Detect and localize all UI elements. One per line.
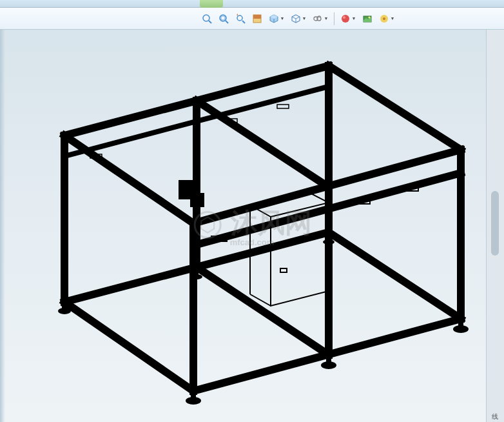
scrollbar-thumb[interactable]: [491, 191, 499, 256]
section-view-button[interactable]: [250, 12, 264, 26]
toolbar-separator: [334, 12, 334, 25]
right-panel-edge: [486, 30, 504, 422]
view-settings-icon: [379, 14, 389, 24]
display-style-button[interactable]: ▼: [289, 12, 308, 26]
3d-viewport[interactable]: 沐风网 mfcad.com 线: [0, 30, 504, 422]
app-frame: ▼ ▼ ▼ ▼: [0, 0, 504, 422]
dropdown-arrow-icon: ▼: [280, 16, 285, 21]
title-bar-strip: [0, 0, 504, 8]
view-settings-button[interactable]: ▼: [377, 12, 396, 26]
svg-rect-47: [62, 303, 67, 311]
previous-view-button[interactable]: [233, 12, 247, 26]
svg-rect-4: [221, 16, 225, 20]
view-orientation-button[interactable]: ▼: [267, 12, 286, 26]
zoom-area-button[interactable]: [217, 12, 231, 26]
zoom-area-icon: [218, 14, 229, 24]
zoom-fit-icon: [202, 14, 212, 24]
section-view-icon: [252, 14, 262, 24]
edit-appearance-button[interactable]: ▼: [338, 12, 358, 26]
hide-show-button[interactable]: ▼: [311, 12, 330, 26]
scene-icon: [362, 14, 373, 24]
dropdown-arrow-icon: ▼: [324, 16, 329, 21]
svg-line-24: [329, 232, 461, 319]
view-orientation-icon: [269, 14, 279, 24]
svg-line-23: [64, 302, 193, 391]
active-tab-indicator: [200, 0, 223, 8]
svg-point-2: [220, 15, 226, 21]
svg-rect-45: [277, 105, 289, 108]
svg-rect-39: [280, 268, 287, 272]
svg-rect-57: [194, 268, 199, 277]
appearance-icon: [340, 14, 351, 24]
svg-rect-49: [191, 392, 196, 401]
display-style-icon: [291, 14, 301, 24]
svg-point-11: [342, 15, 349, 23]
svg-line-1: [209, 21, 211, 23]
zoom-fit-button[interactable]: [200, 12, 214, 26]
svg-point-0: [203, 15, 209, 21]
svg-line-3: [226, 21, 228, 23]
viewport-left-shadow: [0, 30, 5, 422]
svg-point-14: [369, 16, 371, 18]
svg-point-16: [383, 17, 385, 20]
svg-rect-53: [458, 320, 463, 329]
svg-rect-51: [326, 356, 331, 365]
dropdown-arrow-icon: ▼: [302, 16, 307, 21]
3d-model-view: [13, 43, 470, 422]
view-toolbar: ▼ ▼ ▼ ▼: [0, 8, 504, 30]
svg-rect-36: [191, 194, 204, 206]
dropdown-arrow-icon: ▼: [391, 16, 395, 21]
apply-scene-button[interactable]: [360, 12, 374, 26]
svg-point-12: [343, 16, 345, 19]
svg-rect-55: [326, 234, 331, 242]
svg-rect-7: [253, 15, 261, 19]
status-corner: 线: [486, 412, 504, 422]
svg-line-26: [197, 267, 329, 355]
previous-view-icon: [235, 14, 246, 24]
hide-show-icon: [313, 14, 323, 24]
svg-line-22: [329, 66, 461, 150]
svg-point-5: [237, 15, 242, 21]
dropdown-arrow-icon: ▼: [352, 16, 356, 21]
status-text: 线: [492, 412, 498, 421]
